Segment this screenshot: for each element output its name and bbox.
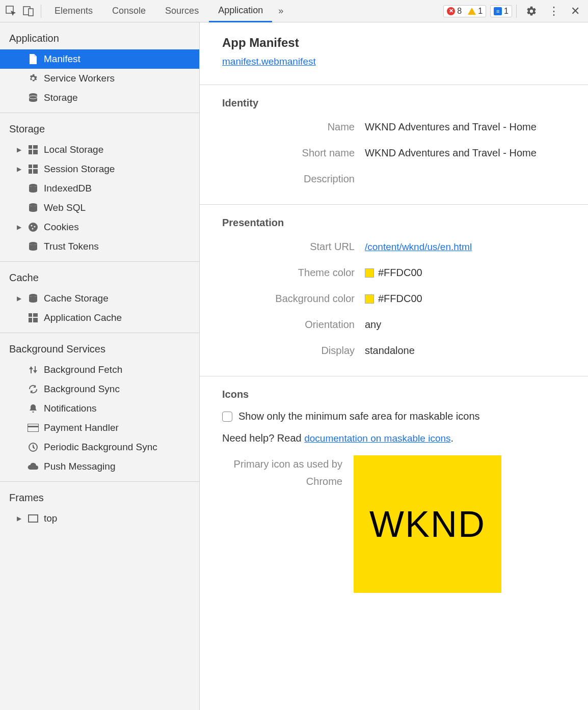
sidebar-item-trust-tokens[interactable]: Trust Tokens: [0, 237, 199, 256]
info-icon: ≡: [494, 7, 502, 15]
expand-triangle-icon[interactable]: ▶: [15, 295, 22, 302]
svg-rect-5: [29, 145, 32, 149]
svg-point-13: [29, 184, 37, 187]
maskable-safearea-label: Show only the minimum safe area for mask…: [238, 411, 480, 422]
label-themecolor: Theme color: [222, 267, 365, 279]
sidebar-item-cookies[interactable]: ▶ Cookies: [0, 217, 199, 237]
sidebar-item-label: Cache Storage: [44, 293, 109, 304]
sidebar-item-application-cache[interactable]: Application Cache: [0, 308, 199, 327]
svg-rect-6: [33, 145, 38, 149]
application-sidebar: Application Manifest Service Workers Sto…: [0, 22, 200, 710]
label-orientation: Orientation: [222, 319, 365, 331]
clock-icon: [28, 442, 39, 453]
section-heading-identity: Identity: [200, 85, 588, 114]
sidebar-item-label: Cookies: [44, 222, 79, 233]
grid-icon: [28, 163, 39, 175]
sidebar-item-indexeddb[interactable]: IndexedDB: [0, 179, 199, 198]
value-display: standalone: [365, 345, 415, 357]
info-counts[interactable]: ≡ 1: [490, 5, 512, 17]
grid-icon: [28, 312, 39, 323]
tab-application[interactable]: Application: [209, 0, 272, 22]
more-menu-icon[interactable]: ⋮: [543, 5, 565, 18]
label-bgcolor: Background color: [222, 293, 365, 305]
sidebar-item-background-sync[interactable]: Background Sync: [0, 379, 199, 399]
maskable-safearea-checkbox[interactable]: [222, 412, 232, 422]
sidebar-item-payment-handler[interactable]: Payment Handler: [0, 418, 199, 438]
svg-rect-9: [29, 165, 32, 168]
sidebar-item-storage[interactable]: Storage: [0, 88, 199, 107]
sidebar-item-label: Application Cache: [44, 312, 122, 323]
svg-rect-10: [33, 165, 38, 168]
svg-rect-28: [29, 515, 38, 522]
expand-triangle-icon[interactable]: ▶: [15, 224, 22, 231]
themecolor-swatch: [365, 268, 374, 278]
database-icon: [28, 202, 39, 213]
expand-triangle-icon[interactable]: ▶: [15, 515, 22, 522]
sidebar-item-label: Push Messaging: [44, 461, 115, 472]
svg-rect-25: [28, 424, 39, 432]
maskable-help-text: Need help? Read documentation on maskabl…: [200, 429, 588, 455]
expand-triangle-icon[interactable]: ▶: [15, 146, 22, 153]
sidebar-item-label: Trust Tokens: [44, 241, 99, 252]
sidebar-item-session-storage[interactable]: ▶ Session Storage: [0, 159, 199, 179]
sidebar-item-notifications[interactable]: Notifications: [0, 399, 199, 418]
close-devtools-icon[interactable]: ✕: [566, 5, 585, 18]
cookie-icon: [28, 222, 39, 233]
svg-rect-8: [33, 150, 38, 154]
toolbar-separator: [516, 5, 517, 18]
tab-elements[interactable]: Elements: [45, 0, 102, 22]
svg-point-19: [29, 242, 37, 245]
device-toggle-icon[interactable]: [20, 3, 37, 19]
inspect-element-icon[interactable]: [3, 3, 19, 19]
error-count: 8: [457, 7, 462, 16]
database-icon: [28, 293, 39, 304]
maskable-doc-link[interactable]: documentation on maskable icons: [304, 433, 450, 444]
sidebar-item-label: top: [44, 513, 57, 524]
error-warning-counts[interactable]: ✕ 8 1: [443, 5, 486, 17]
sidebar-item-manifest[interactable]: Manifest: [0, 49, 199, 69]
sidebar-item-label: Storage: [44, 92, 78, 103]
tab-console[interactable]: Console: [103, 0, 155, 22]
svg-point-15: [29, 223, 38, 232]
svg-rect-11: [29, 169, 32, 174]
svg-rect-24: [33, 318, 38, 322]
svg-rect-22: [33, 313, 38, 317]
sidebar-item-periodic-background-sync[interactable]: Periodic Background Sync: [0, 438, 199, 457]
svg-point-20: [29, 294, 37, 297]
section-heading-icons: Icons: [200, 376, 588, 405]
sidebar-item-label: IndexedDB: [44, 183, 92, 194]
manifest-file-link[interactable]: manifest.webmanifest: [222, 56, 316, 67]
tab-sources[interactable]: Sources: [156, 0, 208, 22]
value-name: WKND Adventures and Travel - Home: [365, 121, 537, 133]
tabs-overflow[interactable]: »: [273, 0, 288, 22]
sidebar-item-label: Background Fetch: [44, 364, 122, 375]
sidebar-item-label: Periodic Background Sync: [44, 442, 157, 453]
label-starturl: Start URL: [222, 241, 365, 253]
sidebar-item-label: Manifest: [44, 53, 81, 65]
value-starturl[interactable]: /content/wknd/us/en.html: [365, 241, 472, 253]
toolbar-separator: [41, 5, 41, 18]
sidebar-item-websql[interactable]: Web SQL: [0, 198, 199, 217]
svg-rect-21: [29, 313, 32, 317]
sidebar-item-service-workers[interactable]: Service Workers: [0, 69, 199, 88]
label-description: Description: [222, 173, 365, 185]
svg-rect-12: [33, 169, 38, 174]
page-title: App Manifest: [222, 36, 566, 50]
label-display: Display: [222, 345, 365, 357]
sidebar-item-local-storage[interactable]: ▶ Local Storage: [0, 140, 199, 159]
database-icon: [28, 183, 39, 194]
sidebar-header-frames: Frames: [0, 489, 199, 509]
sidebar-item-cache-storage[interactable]: ▶ Cache Storage: [0, 289, 199, 308]
expand-triangle-icon[interactable]: ▶: [15, 166, 22, 173]
database-icon: [28, 241, 39, 252]
sidebar-item-background-fetch[interactable]: Background Fetch: [0, 360, 199, 379]
settings-icon[interactable]: [521, 6, 542, 17]
primary-icon-label: Primary icon as used by Chrome: [222, 455, 342, 593]
frame-icon: [28, 513, 39, 524]
updown-arrows-icon: [28, 364, 39, 375]
sidebar-item-label: Session Storage: [44, 163, 115, 175]
sidebar-item-frame-top[interactable]: ▶ top: [0, 509, 199, 528]
sidebar-item-push-messaging[interactable]: Push Messaging: [0, 457, 199, 476]
section-heading-presentation: Presentation: [200, 205, 588, 234]
manifest-panel: App Manifest manifest.webmanifest Identi…: [200, 22, 588, 710]
